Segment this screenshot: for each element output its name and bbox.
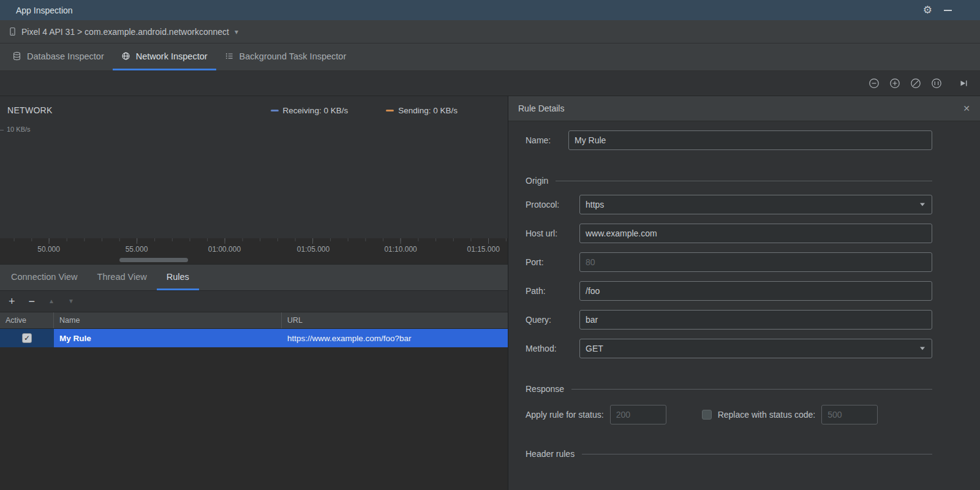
reset-zoom-icon[interactable] xyxy=(910,78,921,89)
host-label: Host url: xyxy=(526,228,579,238)
chevron-down-icon: ▾ xyxy=(235,28,238,36)
y-axis-max-label: 10 KB/s xyxy=(7,126,31,133)
tick-label: 01:00.000 xyxy=(208,245,241,254)
close-icon[interactable]: ✕ xyxy=(963,104,970,113)
cell-active: ✓ xyxy=(0,329,54,347)
cell-name[interactable]: My Rule xyxy=(54,329,282,347)
cell-url[interactable]: https://www.example.com/foo?bar xyxy=(282,329,508,347)
rules-table-header: Active Name URL xyxy=(0,312,508,329)
database-icon xyxy=(12,51,21,61)
add-rule-icon[interactable]: + xyxy=(9,296,15,307)
replace-status-label: Replace with status code: xyxy=(718,410,816,420)
timeline-axis[interactable]: 50.000 55.000 01:00.000 01:05.000 01:10.… xyxy=(0,238,508,257)
zoom-in-icon[interactable] xyxy=(889,78,900,89)
host-field-row: Host url: xyxy=(526,224,932,243)
apply-status-input[interactable] xyxy=(610,405,666,424)
query-label: Query: xyxy=(526,315,579,325)
method-value: GET xyxy=(586,344,603,353)
tab-label: Rules xyxy=(167,272,189,282)
path-field-row: Path: xyxy=(526,281,932,301)
apply-status-label: Apply rule for status: xyxy=(526,410,604,420)
chart-header: NETWORK Receiving: 0 KB/s Sending: 0 KB/… xyxy=(0,96,508,124)
window-title: App Inspection xyxy=(16,6,923,15)
active-checkbox[interactable]: ✓ xyxy=(22,333,32,343)
tab-background-task-inspector[interactable]: Background Task Inspector xyxy=(216,43,355,70)
main-content: NETWORK Receiving: 0 KB/s Sending: 0 KB/… xyxy=(0,96,980,490)
legend-receiving-label: Receiving: 0 KB/s xyxy=(283,106,349,115)
network-pane: NETWORK Receiving: 0 KB/s Sending: 0 KB/… xyxy=(0,96,508,490)
titlebar: App Inspection ⚙ xyxy=(0,0,980,20)
host-url-input[interactable] xyxy=(579,224,932,243)
method-select[interactable]: GET xyxy=(579,339,932,358)
port-input[interactable] xyxy=(579,252,932,272)
rule-details-body: Name: Origin Protocol: https Host url: xyxy=(508,121,980,490)
port-label: Port: xyxy=(526,257,579,267)
tab-database-inspector[interactable]: Database Inspector xyxy=(4,43,113,70)
tab-thread-view[interactable]: Thread View xyxy=(88,265,157,290)
name-label: Name: xyxy=(526,135,568,145)
major-ticks xyxy=(0,238,508,244)
method-label: Method: xyxy=(526,344,579,353)
query-field-row: Query: xyxy=(526,310,932,330)
protocol-select[interactable]: https xyxy=(579,195,932,214)
table-row[interactable]: ✓ My Rule https://www.example.com/foo?ba… xyxy=(0,329,508,347)
chevron-down-icon xyxy=(920,347,925,350)
rules-toolbar: + − ▲ ▼ xyxy=(0,291,508,312)
section-divider xyxy=(582,454,932,454)
column-header-url[interactable]: URL xyxy=(282,312,508,328)
header-rules-section-header: Header rules xyxy=(526,449,932,459)
origin-title: Origin xyxy=(526,176,548,186)
tick-label: 01:10.000 xyxy=(384,245,417,254)
zoom-out-icon[interactable] xyxy=(869,78,880,89)
task-list-icon xyxy=(225,51,234,61)
rule-details-panel: Rule Details ✕ Name: Origin Protocol: ht… xyxy=(508,96,980,490)
jump-to-live-icon[interactable] xyxy=(958,78,969,89)
inspector-tabbar: Database Inspector Network Inspector Bac… xyxy=(0,43,980,71)
section-divider xyxy=(556,181,932,181)
response-status-row: Apply rule for status: Replace with stat… xyxy=(526,405,932,424)
protocol-value: https xyxy=(586,200,604,209)
rule-name-input[interactable] xyxy=(568,130,932,150)
header-rules-title: Header rules xyxy=(526,449,575,459)
tab-label: Database Inspector xyxy=(27,51,104,61)
tick-label: 01:15.000 xyxy=(467,245,500,254)
sending-swatch-icon xyxy=(386,110,394,111)
zoom-to-selection-icon[interactable] xyxy=(931,78,942,89)
remove-rule-icon[interactable]: − xyxy=(29,296,36,307)
device-phone-icon xyxy=(8,27,17,36)
move-down-icon[interactable]: ▼ xyxy=(68,298,74,304)
port-field-row: Port: xyxy=(526,252,932,272)
protocol-label: Protocol: xyxy=(526,200,579,209)
globe-icon xyxy=(121,51,130,61)
chart-title: NETWORK xyxy=(7,105,53,115)
move-up-icon[interactable]: ▲ xyxy=(48,298,55,304)
receiving-swatch-icon xyxy=(271,110,279,111)
horizontal-scrollbar-thumb[interactable] xyxy=(119,258,188,262)
tab-label: Network Inspector xyxy=(136,51,208,61)
column-header-active[interactable]: Active xyxy=(0,312,54,328)
query-input[interactable] xyxy=(579,310,932,330)
tab-label: Background Task Inspector xyxy=(239,51,347,61)
tab-connection-view[interactable]: Connection View xyxy=(1,265,88,290)
column-header-name[interactable]: Name xyxy=(54,312,282,328)
tick-label: 01:05.000 xyxy=(297,245,330,254)
horizontal-scrollbar[interactable] xyxy=(0,257,508,264)
tab-rules[interactable]: Rules xyxy=(157,265,199,290)
path-label: Path: xyxy=(526,286,579,296)
minimize-icon[interactable] xyxy=(944,10,952,11)
replace-status-checkbox[interactable] xyxy=(702,410,712,420)
name-field-row: Name: xyxy=(526,130,932,150)
network-chart-plot[interactable]: 10 KB/s xyxy=(0,124,508,238)
tab-label: Connection View xyxy=(11,272,78,282)
path-input[interactable] xyxy=(579,281,932,301)
rule-details-header: Rule Details ✕ xyxy=(508,96,980,121)
rules-table-empty-area xyxy=(0,347,508,490)
settings-gear-icon[interactable]: ⚙ xyxy=(923,5,932,15)
replace-status-input[interactable] xyxy=(821,405,878,424)
section-divider xyxy=(571,389,932,390)
tab-network-inspector[interactable]: Network Inspector xyxy=(113,43,216,70)
chevron-down-icon xyxy=(920,203,925,206)
device-process-selector[interactable]: Pixel 4 API 31 > com.example.android.net… xyxy=(21,27,229,37)
response-section-header: Response xyxy=(526,384,932,394)
legend-receiving: Receiving: 0 KB/s xyxy=(271,106,349,115)
